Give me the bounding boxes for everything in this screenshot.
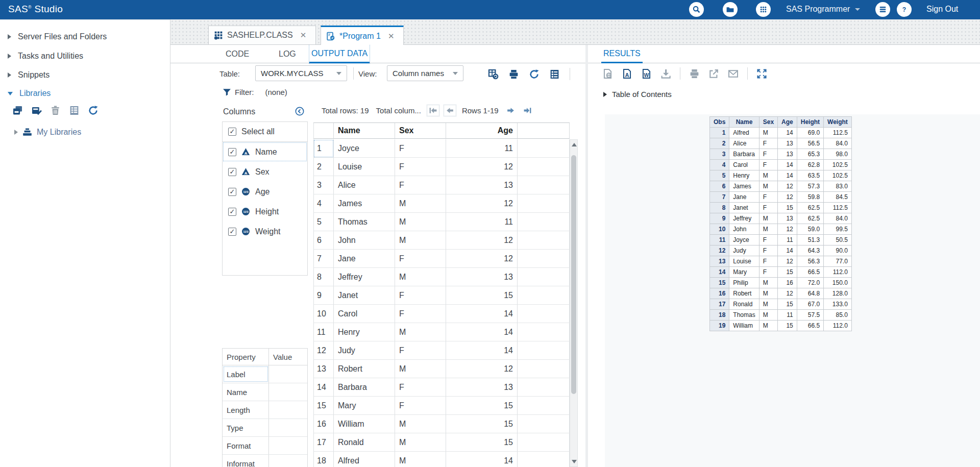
column-checkbox[interactable]: ✓ xyxy=(228,148,236,156)
grid-row[interactable]: 7JaneF12 xyxy=(313,250,570,268)
sidebar-item-tasks-utilities[interactable]: Tasks and Utilities xyxy=(0,48,170,64)
grid-row[interactable]: 13RobertM12 xyxy=(313,360,570,378)
grid-cell[interactable] xyxy=(518,378,570,397)
grid-cell[interactable]: 11 xyxy=(446,213,518,231)
grid-cell[interactable]: F xyxy=(395,176,446,194)
grid-cell[interactable]: Mary xyxy=(334,397,395,415)
grid-cell[interactable] xyxy=(518,268,570,286)
sidebar-item-snippets[interactable]: Snippets xyxy=(0,67,170,83)
grid-cell[interactable]: Barbara xyxy=(334,378,395,397)
property-value[interactable] xyxy=(269,401,307,419)
grid-cell[interactable]: Joyce xyxy=(334,139,395,158)
grid-cell[interactable]: 14 xyxy=(446,341,518,360)
grid-cell[interactable]: F xyxy=(395,341,446,360)
expand-icon[interactable] xyxy=(756,68,767,79)
grid-cell[interactable]: Jeffrey xyxy=(334,268,395,286)
table-of-contents-toggle[interactable]: Table of Contents xyxy=(603,90,672,99)
help-button[interactable]: ? xyxy=(897,2,912,17)
grid-cell[interactable]: 8 xyxy=(313,268,334,286)
grid-cell[interactable]: 16 xyxy=(313,415,334,433)
grid-cell[interactable] xyxy=(518,397,570,415)
folder-button[interactable] xyxy=(723,2,738,17)
grid-cell[interactable]: 12 xyxy=(446,158,518,176)
tree-item-my-libraries[interactable]: My Libraries xyxy=(14,127,81,137)
property-row-name[interactable]: Name xyxy=(223,383,307,401)
grid-row[interactable]: 15MaryF15 xyxy=(313,397,570,415)
property-row-label[interactable]: Label xyxy=(223,365,307,383)
grid-cell[interactable] xyxy=(518,139,570,158)
column-item-weight[interactable]: ✓123Weight xyxy=(223,222,307,241)
column-checkbox[interactable]: ✓ xyxy=(228,228,236,236)
column-checkbox[interactable]: ✓ xyxy=(228,208,236,216)
column-item-height[interactable]: ✓123Height xyxy=(223,202,307,222)
grid-cell[interactable]: 17 xyxy=(313,433,334,452)
delete-icon[interactable] xyxy=(50,105,61,116)
grid-cell[interactable]: 1 xyxy=(313,139,334,158)
grid-cell[interactable]: F xyxy=(395,139,446,158)
grid-row[interactable]: 11HenryM14 xyxy=(313,323,570,341)
grid-cell[interactable]: 13 xyxy=(446,268,518,286)
grid-cell[interactable]: M xyxy=(395,360,446,378)
grid-cell[interactable]: 10 xyxy=(313,305,334,323)
print2-icon[interactable] xyxy=(689,68,700,79)
grid-cell[interactable]: Alfred xyxy=(334,452,395,467)
property-value[interactable] xyxy=(269,437,307,454)
column-item-age[interactable]: ✓123Age xyxy=(223,182,307,202)
grid-cell[interactable]: 15 xyxy=(446,397,518,415)
column-checkbox[interactable]: ✓ xyxy=(228,168,236,176)
grid-row[interactable]: 10CarolF14 xyxy=(313,305,570,323)
property-row-type[interactable]: Type xyxy=(223,419,307,437)
collapse-panel-icon[interactable] xyxy=(295,107,304,116)
apps-grid-button[interactable] xyxy=(756,2,771,17)
property-row-informat[interactable]: Informat xyxy=(223,455,307,467)
column-checkbox[interactable]: ✓ xyxy=(228,188,236,196)
property-value[interactable] xyxy=(269,365,307,383)
grid-row[interactable]: 17RonaldM15 xyxy=(313,433,570,452)
properties-icon[interactable] xyxy=(549,69,560,80)
grid-cell[interactable] xyxy=(518,176,570,194)
grid-cell[interactable] xyxy=(518,158,570,176)
first-page-icon[interactable] xyxy=(428,106,438,115)
grid-cell[interactable]: 14 xyxy=(446,452,518,467)
grid-row[interactable]: 16WilliamM15 xyxy=(313,415,570,433)
email-icon[interactable] xyxy=(728,68,739,79)
grid-cell[interactable]: M xyxy=(395,415,446,433)
grid-cell[interactable] xyxy=(518,250,570,268)
grid-cell[interactable]: Jane xyxy=(334,250,395,268)
grid-cell[interactable] xyxy=(518,433,570,452)
grid-cell[interactable]: M xyxy=(395,213,446,231)
close-icon[interactable]: ✕ xyxy=(300,31,307,40)
scrollbar-thumb[interactable] xyxy=(571,155,576,394)
tab-sashelp-class[interactable]: SASHELP.CLASS ✕ xyxy=(208,26,316,45)
sign-out-button[interactable]: Sign Out xyxy=(926,5,958,14)
grid-cell[interactable] xyxy=(518,305,570,323)
refresh-icon[interactable] xyxy=(88,105,99,116)
scroll-up-icon[interactable] xyxy=(572,143,577,146)
grid-cell[interactable]: 15 xyxy=(446,415,518,433)
grid-cell[interactable] xyxy=(518,213,570,231)
grid-cell[interactable]: Alice xyxy=(334,176,395,194)
download-icon[interactable] xyxy=(660,68,671,79)
grid-cell[interactable]: F xyxy=(395,397,446,415)
grid-cell[interactable]: James xyxy=(334,194,395,213)
new-library-icon[interactable] xyxy=(12,105,23,116)
grid-cell[interactable]: M xyxy=(395,323,446,341)
grid-cell[interactable]: F xyxy=(395,250,446,268)
scroll-down-icon[interactable] xyxy=(572,460,577,463)
html-icon[interactable] xyxy=(602,68,613,79)
grid-row[interactable]: 9JanetF15 xyxy=(313,286,570,305)
tab-results[interactable]: RESULTS xyxy=(601,45,643,63)
refresh-icon[interactable] xyxy=(529,69,540,80)
grid-cell[interactable]: William xyxy=(334,415,395,433)
word-icon[interactable]: W xyxy=(641,68,652,79)
tab-log[interactable]: LOG xyxy=(277,45,298,63)
previous-page-icon[interactable] xyxy=(445,106,455,115)
grid-row[interactable]: 18AlfredM14 xyxy=(313,452,570,467)
grid-cell[interactable]: M xyxy=(395,268,446,286)
grid-row[interactable]: 3AliceF13 xyxy=(313,176,570,194)
grid-cell[interactable]: 9 xyxy=(313,286,334,305)
grid-cell[interactable]: 15 xyxy=(446,433,518,452)
grid-cell[interactable]: 13 xyxy=(313,360,334,378)
pdf-icon[interactable]: A xyxy=(622,68,632,79)
grid-cell[interactable]: John xyxy=(334,231,395,250)
